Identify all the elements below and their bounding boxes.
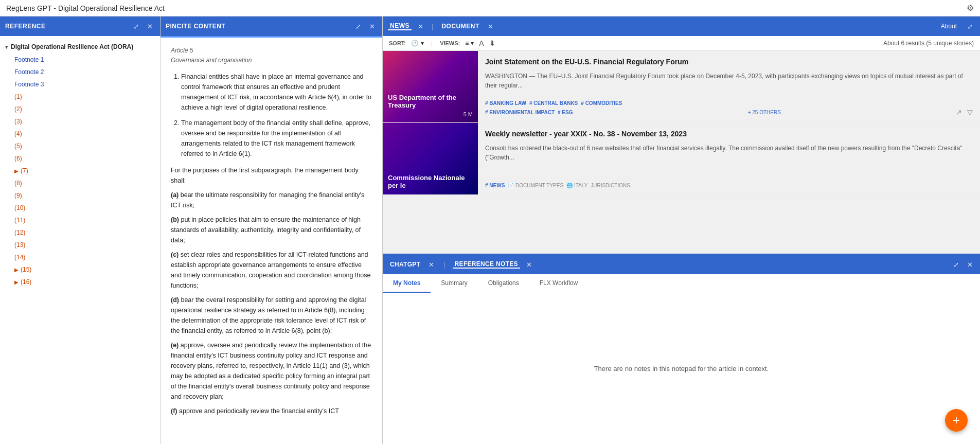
news-expand-btn[interactable]: ⤢ bbox=[965, 22, 975, 31]
news-item-actions: ↗ ▽ bbox=[956, 108, 973, 116]
sort-chevron-icon: ▾ bbox=[421, 40, 424, 47]
ref-item-1[interactable]: (1) bbox=[0, 91, 160, 103]
news-tag-env-impact[interactable]: ENVIRONMENTAL IMPACT bbox=[485, 110, 555, 115]
document-tab[interactable]: DOCUMENT bbox=[439, 23, 481, 30]
ref-item-14[interactable]: (14) bbox=[0, 251, 160, 263]
bottom-close-btn[interactable]: ✕ bbox=[965, 260, 975, 270]
news-tab-close-btn[interactable]: ✕ bbox=[416, 22, 425, 31]
ref-item-5[interactable]: (5) bbox=[0, 140, 160, 152]
ref-item-6[interactable]: (6) bbox=[0, 152, 160, 165]
news-thumbnail-2: Commissione Nazionale per le bbox=[383, 123, 478, 194]
ref-items-list: Footnote 1 Footnote 2 Footnote 3 (1) (2)… bbox=[0, 54, 160, 288]
pincite-subpara-e: (e) approve, oversee and periodically re… bbox=[171, 340, 372, 402]
document-tab-close-btn[interactable]: ✕ bbox=[486, 22, 495, 31]
chevron-right-icon-15: ▶ bbox=[14, 267, 19, 273]
pincite-expand-btn[interactable]: ⤢ bbox=[353, 22, 363, 31]
fab-icon: + bbox=[953, 413, 960, 428]
news-summary-1: WASHINGTON — The EU–U.S. Joint Financial… bbox=[485, 72, 973, 96]
ref-item-footnote3[interactable]: Footnote 3 bbox=[0, 78, 160, 91]
chatgpt-tab[interactable]: CHATGPT bbox=[388, 261, 422, 268]
news-tag-news[interactable]: NEWS bbox=[485, 183, 505, 188]
pincite-subpara-intro: For the purposes of the first subparagra… bbox=[171, 165, 372, 186]
download-btn[interactable]: ⬇ bbox=[489, 39, 495, 47]
tab-separator: | bbox=[432, 23, 433, 30]
ref-item-4[interactable]: (4) bbox=[0, 128, 160, 140]
italy-label: 🌐 ITALY bbox=[566, 183, 587, 188]
bottom-panel: CHATGPT ✕ | REFERENCE NOTES ✕ ⤢ ✕ My Not… bbox=[383, 254, 980, 444]
title-bar: RegLens GPT - Digital Operational Resili… bbox=[0, 0, 980, 16]
ref-item-10[interactable]: (10) bbox=[0, 202, 160, 214]
pincite-para-1: Financial entities shall have in place a… bbox=[181, 72, 372, 113]
news-item-2[interactable]: Commissione Nazionale per le Weekly news… bbox=[383, 123, 980, 195]
jurisdictions-label: JURISDICTIONS bbox=[591, 183, 630, 188]
news-tab[interactable]: NEWS bbox=[388, 22, 412, 30]
notes-tabs: My Notes Summary Obligations FLX Workflo… bbox=[383, 274, 980, 293]
news-item-1[interactable]: US Department of the Treasury 5 M Joint … bbox=[383, 51, 980, 123]
ref-item-footnote2[interactable]: Footnote 2 bbox=[0, 66, 160, 78]
reference-expand-btn[interactable]: ⤢ bbox=[131, 22, 141, 31]
pincite-subpara-d: (d) bear the overall responsibility for … bbox=[171, 295, 372, 336]
reference-content: ▾ Digital Operational Resilience Act (DO… bbox=[0, 36, 160, 444]
bottom-expand-btn[interactable]: ⤢ bbox=[951, 260, 961, 270]
news-panel-header: NEWS ✕ | DOCUMENT ✕ About ⤢ bbox=[383, 16, 980, 36]
about-tab[interactable]: About bbox=[937, 21, 961, 32]
ref-item-12[interactable]: (12) bbox=[0, 226, 160, 239]
news-summary-2: Consob has ordered the black-out of 6 ne… bbox=[485, 144, 973, 179]
bottom-panel-header: CHATGPT ✕ | REFERENCE NOTES ✕ ⤢ ✕ bbox=[383, 255, 980, 274]
filter-icon[interactable]: ▽ bbox=[967, 108, 973, 116]
chevron-right-icon: ▶ bbox=[14, 168, 19, 174]
news-thumbnail-inner-1: US Department of the Treasury 5 M bbox=[383, 51, 478, 122]
summary-tab[interactable]: Summary bbox=[431, 274, 477, 293]
settings-icon[interactable]: ⚙ bbox=[967, 3, 974, 13]
ref-group-label: Digital Operational Resilience Act (DORA… bbox=[11, 43, 133, 50]
views-label: VIEWS: bbox=[440, 40, 460, 46]
chatgpt-tab-close-btn[interactable]: ✕ bbox=[426, 260, 436, 270]
news-list: US Department of the Treasury 5 M Joint … bbox=[383, 51, 980, 254]
obligations-tab[interactable]: Obligations bbox=[478, 274, 529, 293]
ref-item-2[interactable]: (2) bbox=[0, 103, 160, 115]
news-tag-central-banks[interactable]: CENTRAL BANKS bbox=[529, 100, 578, 106]
news-tag-esg[interactable]: ESG bbox=[558, 110, 573, 115]
news-tag-commodities[interactable]: COMMODITIES bbox=[581, 100, 622, 106]
ref-item-9[interactable]: (9) bbox=[0, 189, 160, 202]
news-tag-more-1[interactable]: + 25 OTHERS bbox=[748, 110, 781, 115]
fab-button[interactable]: + bbox=[945, 409, 968, 432]
news-toolbar: SORT: 🕐 ▾ | VIEWS: ≡ ▾ A ⬇ About 6 resul… bbox=[383, 36, 980, 51]
ref-item-7[interactable]: ▶ (7) bbox=[0, 165, 160, 177]
news-tags-1: BANKING LAW CENTRAL BANKS COMMODITIES bbox=[485, 100, 973, 106]
my-notes-tab[interactable]: My Notes bbox=[383, 274, 431, 293]
pincite-panel-title: PINCITE CONTENT bbox=[166, 23, 349, 30]
pincite-subpara-a: (a) bear the ultimate responsibility for… bbox=[171, 190, 372, 210]
ref-item-15[interactable]: ▶ (15) bbox=[0, 263, 160, 276]
ref-notes-tab[interactable]: REFERENCE NOTES bbox=[453, 260, 520, 269]
pincite-subpara-f: (f) approve and periodically review the … bbox=[171, 406, 372, 416]
ref-item-13[interactable]: (13) bbox=[0, 239, 160, 251]
chevron-right-icon-16: ▶ bbox=[14, 279, 19, 285]
ref-item-3[interactable]: (3) bbox=[0, 115, 160, 128]
share-icon[interactable]: ↗ bbox=[956, 108, 962, 116]
ref-item-8[interactable]: (8) bbox=[0, 177, 160, 189]
pincite-subpara-b: (b) put in place policies that aim to en… bbox=[171, 215, 372, 245]
news-title-2: Weekly newsletter - year XXIX - No. 38 -… bbox=[485, 129, 973, 139]
news-tag-banking-law[interactable]: BANKING LAW bbox=[485, 100, 526, 106]
notes-empty-message: There are no notes in this notepad for t… bbox=[383, 293, 980, 444]
pincite-ordered-list: Financial entities shall have in place a… bbox=[171, 72, 372, 159]
ref-group-header[interactable]: ▾ Digital Operational Resilience Act (DO… bbox=[0, 40, 160, 54]
news-body-1: Joint Statement on the EU-U.S. Financial… bbox=[478, 51, 980, 122]
pincite-close-btn[interactable]: ✕ bbox=[367, 22, 377, 31]
news-body-2: Weekly newsletter - year XXIX - No. 38 -… bbox=[478, 123, 980, 194]
ref-item-11[interactable]: (11) bbox=[0, 214, 160, 226]
flx-workflow-tab[interactable]: FLX Workflow bbox=[529, 274, 588, 293]
translate-btn[interactable]: A bbox=[479, 39, 484, 47]
list-icon: ≡ bbox=[465, 40, 469, 47]
toolbar-divider-1: | bbox=[431, 40, 433, 47]
pincite-article-number: Article 5 bbox=[171, 46, 372, 56]
sort-select[interactable]: 🕐 ▾ bbox=[411, 40, 424, 47]
result-count: About 6 results (5 unique stories) bbox=[883, 40, 974, 47]
news-title-1: Joint Statement on the EU-U.S. Financial… bbox=[485, 57, 973, 67]
ref-notes-close-btn[interactable]: ✕ bbox=[524, 260, 534, 270]
ref-item-16[interactable]: ▶ (16) bbox=[0, 276, 160, 288]
ref-item-footnote1[interactable]: Footnote 1 bbox=[0, 54, 160, 66]
reference-close-btn[interactable]: ✕ bbox=[145, 22, 155, 31]
views-select[interactable]: ≡ ▾ bbox=[465, 40, 474, 47]
